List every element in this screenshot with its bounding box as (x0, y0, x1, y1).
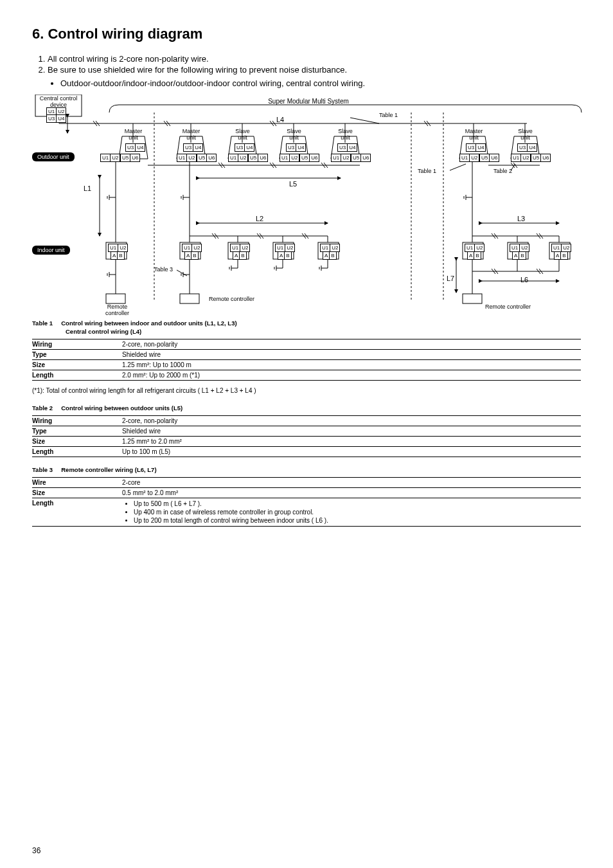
iu8-ab: AB (554, 251, 568, 260)
intro-item-2: Be sure to use shielded wire for the fol… (48, 65, 581, 75)
iu1-ab: AB (111, 251, 125, 260)
t2-length-v: Up to 100 m (L5) (122, 447, 581, 457)
l4-label: L4 (276, 116, 284, 123)
ou6-u3u4: U3U4 (466, 143, 486, 152)
t1-length-v: 2.0 mm²: Up to 2000 m (*1) (122, 370, 581, 381)
ou6-u5u6: U5U6 (479, 154, 499, 162)
ou3-role: Slave unit (231, 129, 254, 141)
table1-caption: Table 1 (32, 320, 53, 327)
table2-section: Table 2 Control wiring between outdoor u… (32, 404, 581, 457)
ou1-u1u2: U1U2 (100, 154, 120, 162)
t3-len2: Up 400 m in case of wireless remote cont… (134, 508, 581, 516)
ou1-u3u4: U3U4 (125, 143, 145, 152)
ou1-u5u6: U5U6 (120, 154, 140, 162)
t3-length-v: Up to 500 m ( L6 + L7 ). Up 400 m in cas… (122, 498, 581, 527)
ou2-u5u6: U5U6 (197, 154, 217, 162)
table2-caption: Table 2 (32, 404, 53, 411)
svg-rect-107 (463, 294, 482, 303)
ou7-u3u4: U3U4 (517, 143, 537, 152)
ou3-u3u4: U3U4 (235, 143, 254, 152)
intro-sublist: Outdoor-outdoor/indoor-indoor/outdoor-in… (32, 78, 581, 88)
t1-length-k: Length (32, 370, 122, 381)
t3-length-k: Length (32, 498, 122, 527)
intro-list: All control wiring is 2-core non-polarit… (32, 54, 581, 75)
ou6-role: Master unit (463, 129, 485, 141)
t1-wiring-v: 2-core, non-polarity (122, 339, 581, 350)
svg-rect-76 (106, 294, 125, 303)
l1-label: L1 (84, 185, 91, 192)
t3-size-k: Size (32, 488, 122, 498)
iu6-ab: AB (467, 251, 481, 260)
iu4-ab: AB (278, 251, 292, 260)
ou2-u3u4: U3U4 (183, 143, 203, 152)
footnote-1: (*1): Total of control wiring length for… (32, 387, 581, 394)
t3-len3: Up to 200 m total length of control wiri… (134, 516, 581, 525)
central-control-label: Central control device (36, 96, 81, 109)
l5-label: L5 (289, 180, 297, 188)
t2-type-v: Shielded wire (122, 426, 581, 437)
intro-item-1: All control wiring is 2-core non-polarit… (48, 54, 581, 64)
l6-label: L6 (520, 276, 528, 284)
central-u3u4: U3U4 (46, 114, 66, 123)
table2-subtitle: Control wiring between outdoor units (L5… (61, 404, 182, 411)
ou4-u1u2: U1U2 (280, 154, 299, 162)
system-title: Super Modular Multi System (244, 98, 373, 105)
ou5-u3u4: U3U4 (337, 143, 357, 152)
table1: Wiring2-core, non-polarity TypeShielded … (32, 339, 581, 381)
t1-type-k: Type (32, 350, 122, 360)
t2-size-v: 1.25 mm² to 2.0 mm² (122, 437, 581, 447)
ou2-u1u2: U1U2 (177, 154, 197, 162)
indoor-badge: Indoor unit (32, 246, 70, 255)
remote1-label: Remote controller (103, 304, 132, 317)
table3-section: Table 3 Remote controller wiring (L6, L7… (32, 466, 581, 527)
t2-wiring-k: Wiring (32, 416, 122, 426)
t2-length-k: Length (32, 447, 122, 457)
ou3-u1u2: U1U2 (228, 154, 248, 162)
l7-label: L7 (447, 275, 454, 282)
iu3-ab: AB (233, 251, 247, 260)
table1-subtitle2: Central control wiring (L4) (66, 328, 581, 335)
iu5-ab: AB (323, 251, 337, 260)
svg-line-85 (177, 270, 187, 276)
table1-subtitle1: Control wiring between indoor and outdoo… (61, 320, 236, 327)
diagram-svg (32, 95, 585, 313)
remote2-label: Remote controller (209, 296, 254, 303)
wiring-diagram: Central control device U1U2 U3U4 Super M… (32, 95, 585, 313)
table3-ref: Table 3 (154, 267, 173, 273)
ou5-u1u2: U1U2 (331, 154, 351, 162)
t2-wiring-v: 2-core, non-polarity (122, 416, 581, 426)
ou7-u5u6: U5U6 (531, 154, 551, 162)
t2-type-k: Type (32, 426, 122, 437)
ou4-role: Slave unit (283, 129, 305, 141)
t1-wiring-k: Wiring (32, 339, 122, 350)
ou5-role: Slave unit (334, 129, 357, 141)
ou5-u5u6: U5U6 (351, 154, 371, 162)
l3-label: L3 (517, 215, 525, 222)
ou4-u5u6: U5U6 (299, 154, 319, 162)
t3-wire-v: 2-core (122, 478, 581, 488)
table2: Wiring2-core, non-polarity TypeShielded … (32, 415, 581, 457)
ou7-u1u2: U1U2 (511, 154, 531, 162)
ou7-role: Slave unit (514, 129, 537, 141)
t1-size-k: Size (32, 360, 122, 370)
outdoor-badge: Outdoor unit (32, 152, 75, 161)
ou2-role: Master unit (180, 129, 202, 141)
t2-size-k: Size (32, 437, 122, 447)
svg-line-21 (350, 118, 379, 123)
svg-line-33 (450, 164, 466, 170)
intro-sub-1: Outdoor-outdoor/indoor-indoor/outdoor-in… (60, 78, 581, 88)
t3-wire-k: Wire (32, 478, 122, 488)
svg-rect-81 (180, 294, 199, 303)
l2-label: L2 (256, 215, 263, 222)
iu2-ab: AB (184, 251, 199, 260)
ou4-u3u4: U3U4 (286, 143, 306, 152)
t3-size-v: 0.5 mm² to 2.0 mm² (122, 488, 581, 498)
table3-caption: Table 3 (32, 466, 53, 473)
table1-ref-g3: Table 1 (418, 168, 436, 175)
ou1-role: Master unit (122, 129, 145, 141)
t3-len1: Up to 500 m ( L6 + L7 ). (134, 500, 581, 508)
table3-subtitle: Remote controller wiring (L6, L7) (61, 466, 156, 473)
t1-size-v: 1.25 mm²: Up to 1000 m (122, 360, 581, 370)
table3: Wire2-core Size0.5 mm² to 2.0 mm² Length… (32, 477, 581, 527)
ou6-u1u2: U1U2 (459, 154, 479, 162)
